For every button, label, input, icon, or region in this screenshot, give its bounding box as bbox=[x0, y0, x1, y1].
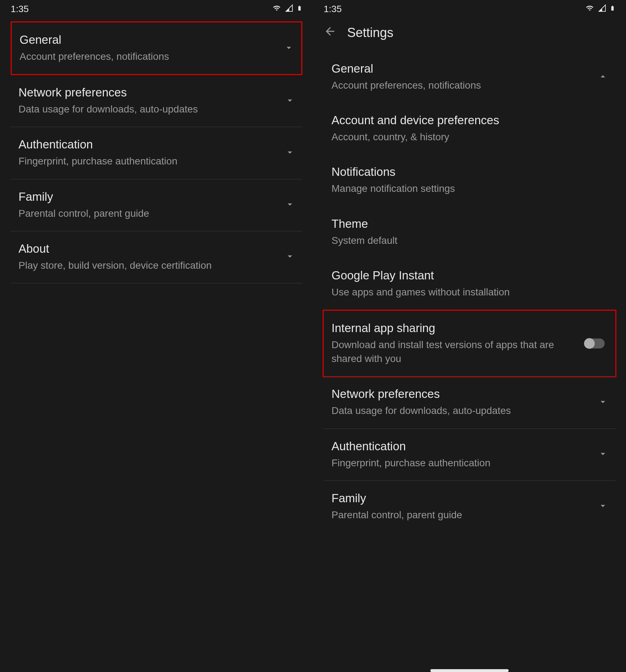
setting-title: General bbox=[331, 62, 598, 75]
setting-title: Account and device preferences bbox=[331, 114, 608, 127]
chevron-down-icon bbox=[285, 199, 295, 211]
header: Settings bbox=[313, 18, 626, 51]
setting-content: Google Play Instant Use apps and games w… bbox=[331, 269, 608, 299]
setting-subtitle: Manage notification settings bbox=[331, 182, 608, 195]
setting-subtitle: Account preferences, notifications bbox=[331, 78, 598, 92]
signal-icon bbox=[285, 4, 294, 14]
setting-title: General bbox=[20, 33, 283, 47]
setting-content: Account and device preferences Account, … bbox=[331, 114, 608, 144]
setting-subtitle: Play store, build version, device certif… bbox=[18, 258, 285, 272]
phone-screen-left: 1:35 General Account preferences, notifi… bbox=[0, 0, 313, 672]
chevron-down-icon bbox=[598, 500, 608, 513]
battery-icon bbox=[297, 4, 302, 14]
setting-subtitle: Data usage for downloads, auto-updates bbox=[18, 102, 285, 116]
setting-content: General Account preferences, notificatio… bbox=[20, 33, 283, 63]
setting-subtitle: Use apps and games without installation bbox=[331, 285, 608, 299]
setting-content: Family Parental control, parent guide bbox=[18, 190, 285, 220]
setting-title: Network preferences bbox=[331, 387, 598, 401]
setting-item-google-play-instant[interactable]: Google Play Instant Use apps and games w… bbox=[324, 258, 615, 310]
setting-title: Family bbox=[18, 190, 285, 204]
setting-content: Network preferences Data usage for downl… bbox=[18, 86, 285, 116]
settings-list-left: General Account preferences, notificatio… bbox=[0, 21, 313, 283]
status-time: 1:35 bbox=[11, 4, 29, 15]
setting-item-network-preferences[interactable]: Network preferences Data usage for downl… bbox=[11, 75, 302, 127]
setting-title: Family bbox=[331, 492, 598, 505]
setting-content: Theme System default bbox=[331, 217, 608, 247]
setting-content: Authentication Fingerprint, purchase aut… bbox=[331, 440, 598, 470]
battery-icon bbox=[610, 4, 615, 14]
chevron-down-icon bbox=[285, 147, 295, 159]
wifi-icon bbox=[272, 4, 282, 14]
toggle-switch[interactable] bbox=[585, 338, 605, 348]
page-title: Settings bbox=[347, 25, 393, 40]
chevron-down-icon bbox=[285, 95, 295, 107]
setting-subtitle: Account preferences, notifications bbox=[20, 49, 283, 63]
chevron-up-icon bbox=[598, 71, 608, 83]
back-arrow-icon[interactable] bbox=[324, 25, 336, 41]
setting-item-authentication[interactable]: Authentication Fingerprint, purchase aut… bbox=[11, 127, 302, 179]
setting-content: About Play store, build version, device … bbox=[18, 242, 285, 272]
signal-icon bbox=[598, 4, 607, 14]
setting-subtitle: Download and install test versions of ap… bbox=[331, 338, 578, 366]
setting-title: Network preferences bbox=[18, 86, 285, 99]
status-bar: 1:35 bbox=[313, 0, 626, 18]
setting-content: Family Parental control, parent guide bbox=[331, 492, 598, 522]
setting-content: Authentication Fingerprint, purchase aut… bbox=[18, 138, 285, 168]
chevron-down-icon bbox=[598, 397, 608, 409]
phone-screen-right: 1:35 Settings General Account preference… bbox=[313, 0, 626, 672]
setting-subtitle: Fingerprint, purchase authentication bbox=[331, 456, 598, 470]
setting-item-account-device-preferences[interactable]: Account and device preferences Account, … bbox=[324, 103, 615, 154]
setting-subtitle: Account, country, & history bbox=[331, 130, 608, 144]
setting-item-authentication[interactable]: Authentication Fingerprint, purchase aut… bbox=[324, 429, 615, 481]
status-icons bbox=[585, 4, 615, 14]
highlight-internal-app-sharing: Internal app sharing Download and instal… bbox=[323, 310, 616, 377]
setting-subtitle: System default bbox=[331, 233, 608, 247]
setting-title: Google Play Instant bbox=[331, 269, 608, 282]
status-time: 1:35 bbox=[324, 4, 342, 15]
chevron-down-icon bbox=[285, 251, 295, 263]
chevron-down-icon bbox=[283, 42, 294, 54]
setting-item-internal-app-sharing[interactable]: Internal app sharing Download and instal… bbox=[324, 311, 615, 376]
setting-item-notifications[interactable]: Notifications Manage notification settin… bbox=[324, 154, 615, 206]
setting-title: Notifications bbox=[331, 165, 608, 179]
setting-item-network-preferences[interactable]: Network preferences Data usage for downl… bbox=[324, 377, 615, 429]
setting-content: Network preferences Data usage for downl… bbox=[331, 387, 598, 418]
chevron-down-icon bbox=[598, 448, 608, 461]
status-icons bbox=[272, 4, 302, 14]
setting-content: General Account preferences, notificatio… bbox=[331, 62, 598, 92]
setting-subtitle: Parental control, parent guide bbox=[331, 508, 598, 522]
status-bar: 1:35 bbox=[0, 0, 313, 18]
setting-subtitle: Data usage for downloads, auto-updates bbox=[331, 404, 598, 418]
setting-item-about[interactable]: About Play store, build version, device … bbox=[11, 231, 302, 283]
setting-title: Theme bbox=[331, 217, 608, 231]
setting-title: Authentication bbox=[331, 440, 598, 453]
nav-indicator[interactable] bbox=[430, 669, 509, 672]
setting-subtitle: Parental control, parent guide bbox=[18, 206, 285, 220]
setting-title: About bbox=[18, 242, 285, 256]
setting-item-general[interactable]: General Account preferences, notificatio… bbox=[324, 51, 615, 103]
setting-content: Notifications Manage notification settin… bbox=[331, 165, 608, 195]
toggle-knob bbox=[584, 338, 595, 349]
setting-item-family[interactable]: Family Parental control, parent guide bbox=[324, 481, 615, 532]
setting-title: Internal app sharing bbox=[331, 321, 578, 335]
setting-item-theme[interactable]: Theme System default bbox=[324, 206, 615, 258]
settings-list-right: General Account preferences, notificatio… bbox=[313, 51, 626, 532]
setting-subtitle: Fingerprint, purchase authentication bbox=[18, 154, 285, 168]
setting-item-family[interactable]: Family Parental control, parent guide bbox=[11, 179, 302, 231]
setting-item-general[interactable]: General Account preferences, notificatio… bbox=[11, 21, 302, 75]
setting-title: Authentication bbox=[18, 138, 285, 151]
wifi-icon bbox=[585, 4, 595, 14]
setting-content: Internal app sharing Download and instal… bbox=[331, 321, 585, 366]
